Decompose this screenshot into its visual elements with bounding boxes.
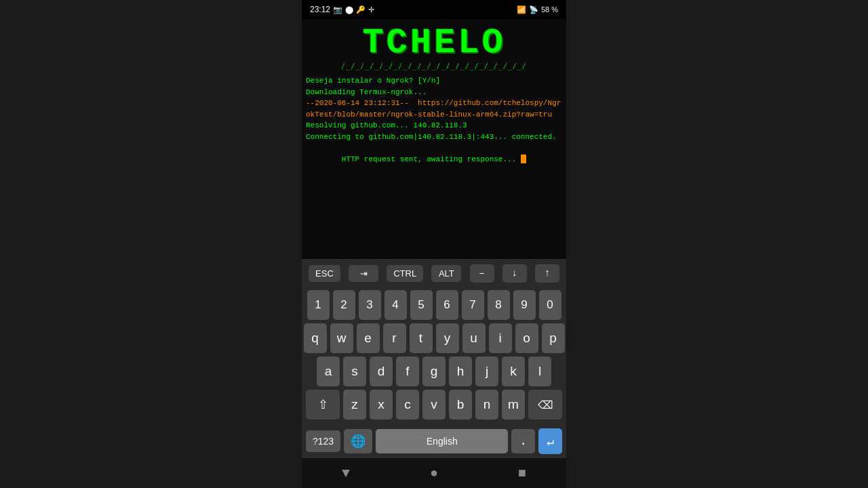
wifi-icon: 📶 bbox=[517, 5, 526, 14]
down-arrow-key[interactable]: ↓ bbox=[502, 264, 527, 283]
terminal-output: Deseja instalar o Ngrok? [Y/n] Downloadi… bbox=[302, 73, 566, 259]
key-i[interactable]: i bbox=[489, 323, 512, 353]
key-2[interactable]: 2 bbox=[333, 290, 355, 320]
key-c[interactable]: c bbox=[396, 390, 419, 420]
keyboard-bottom-row: ?123 🌐 English . ↵ bbox=[302, 426, 566, 458]
battery: 58 % bbox=[541, 5, 558, 14]
key-z[interactable]: z bbox=[343, 390, 366, 420]
key-7[interactable]: 7 bbox=[462, 290, 484, 320]
key-l[interactable]: l bbox=[528, 357, 551, 386]
terminal-logo: TCHELO /_/_/_/_/_/_/_/_/_/_/_/_/_/_/_/_/… bbox=[302, 19, 566, 73]
key-v[interactable]: v bbox=[422, 390, 446, 420]
terminal-line-6: HTTP request sent, awaiting response... bbox=[306, 142, 562, 176]
number-row: 1 2 3 4 5 6 7 8 9 0 bbox=[303, 290, 565, 320]
key-u[interactable]: u bbox=[462, 323, 486, 353]
key-h[interactable]: h bbox=[449, 357, 472, 386]
terminal-line-2: Downloading Termux-ngrok... bbox=[306, 87, 562, 98]
shift-key[interactable]: ⇧ bbox=[306, 390, 340, 420]
keyboard-special-row: ESC ⇥ CTRL ALT – ↓ ↑ bbox=[302, 259, 566, 287]
cursor bbox=[521, 155, 526, 163]
terminal-line-0: Deseja instalar o Ngrok? [Y/n] bbox=[306, 75, 562, 87]
key-d[interactable]: d bbox=[370, 357, 393, 386]
status-left: 23:12 📷 ⬤ 🔑 ✛ bbox=[310, 5, 374, 14]
key-o[interactable]: o bbox=[515, 323, 538, 353]
key-y[interactable]: y bbox=[436, 323, 459, 353]
space-button[interactable]: English bbox=[376, 429, 508, 453]
key-j[interactable]: j bbox=[475, 357, 498, 386]
key-s[interactable]: s bbox=[343, 357, 366, 386]
key-0[interactable]: 0 bbox=[539, 290, 561, 320]
key-e[interactable]: e bbox=[357, 323, 380, 353]
key-a[interactable]: a bbox=[317, 357, 340, 386]
key-5[interactable]: 5 bbox=[410, 290, 433, 320]
recent-button[interactable]: ■ bbox=[505, 460, 540, 487]
key-b[interactable]: b bbox=[449, 390, 472, 420]
ctrl-key[interactable]: CTRL bbox=[387, 265, 423, 282]
terminal[interactable]: TCHELO /_/_/_/_/_/_/_/_/_/_/_/_/_/_/_/_/… bbox=[302, 19, 566, 259]
time: 23:12 bbox=[310, 5, 330, 14]
camera-icon: 📷 bbox=[333, 5, 342, 14]
home-button[interactable]: ● bbox=[416, 460, 452, 487]
signal-icon: 📡 bbox=[529, 5, 538, 14]
key-t[interactable]: t bbox=[410, 323, 433, 353]
key-x[interactable]: x bbox=[370, 390, 393, 420]
key-n[interactable]: n bbox=[475, 390, 498, 420]
key-3[interactable]: 3 bbox=[359, 290, 381, 320]
zxcv-row: ⇧ z x c v b n m ⌫ bbox=[303, 390, 565, 420]
key-p[interactable]: p bbox=[542, 323, 565, 353]
globe-button[interactable]: 🌐 bbox=[344, 429, 372, 453]
phone-container: 23:12 📷 ⬤ 🔑 ✛ 📶 📡 58 % TCHELO /_/_/_/_/_… bbox=[302, 0, 566, 488]
nav-bar: ▼ ● ■ bbox=[302, 458, 566, 488]
key-6[interactable]: 6 bbox=[436, 290, 458, 320]
esc-key[interactable]: ESC bbox=[309, 265, 340, 282]
key-r[interactable]: r bbox=[383, 323, 406, 353]
key-4[interactable]: 4 bbox=[384, 290, 407, 320]
terminal-line-4: Resolving github.com... 140.82.118.3 bbox=[306, 120, 562, 131]
key-icon: 🔑 bbox=[356, 5, 366, 14]
status-right: 📶 📡 58 % bbox=[517, 5, 558, 14]
record-icon: ⬤ bbox=[345, 5, 353, 14]
tab-key[interactable]: ⇥ bbox=[349, 265, 378, 282]
logo-line: /_/_/_/_/_/_/_/_/_/_/_/_/_/_/_/_/_/_/_/ bbox=[302, 62, 566, 70]
backspace-key[interactable]: ⌫ bbox=[528, 390, 562, 420]
add-icon: ✛ bbox=[368, 5, 374, 14]
key-w[interactable]: w bbox=[330, 323, 353, 353]
enter-button[interactable]: ↵ bbox=[538, 428, 562, 454]
asdf-row: a s d f g h j k l bbox=[303, 357, 565, 386]
symbols-button[interactable]: ?123 bbox=[306, 430, 340, 452]
key-1[interactable]: 1 bbox=[307, 290, 330, 320]
key-g[interactable]: g bbox=[422, 357, 446, 386]
status-bar: 23:12 📷 ⬤ 🔑 ✛ 📶 📡 58 % bbox=[302, 0, 566, 19]
key-f[interactable]: f bbox=[396, 357, 419, 386]
back-button[interactable]: ▼ bbox=[328, 460, 363, 487]
qwerty-row: q w e r t y u i o p bbox=[303, 323, 565, 353]
alt-key[interactable]: ALT bbox=[431, 265, 461, 282]
key-q[interactable]: q bbox=[304, 323, 327, 353]
keyboard: 1 2 3 4 5 6 7 8 9 0 q w e r t y u i o p … bbox=[302, 287, 566, 426]
terminal-line-3: --2020-06-14 23:12:31-- https://github.c… bbox=[306, 98, 562, 120]
dash-key[interactable]: – bbox=[470, 264, 494, 283]
terminal-line-5: Connecting to github.com|140.82.118.3|:4… bbox=[306, 131, 562, 143]
period-button[interactable]: . bbox=[511, 429, 535, 453]
key-9[interactable]: 9 bbox=[513, 290, 536, 320]
key-m[interactable]: m bbox=[502, 390, 525, 420]
key-k[interactable]: k bbox=[502, 357, 525, 386]
key-8[interactable]: 8 bbox=[488, 290, 510, 320]
up-arrow-key[interactable]: ↑ bbox=[535, 264, 559, 283]
logo-text: TCHELO bbox=[302, 26, 566, 61]
